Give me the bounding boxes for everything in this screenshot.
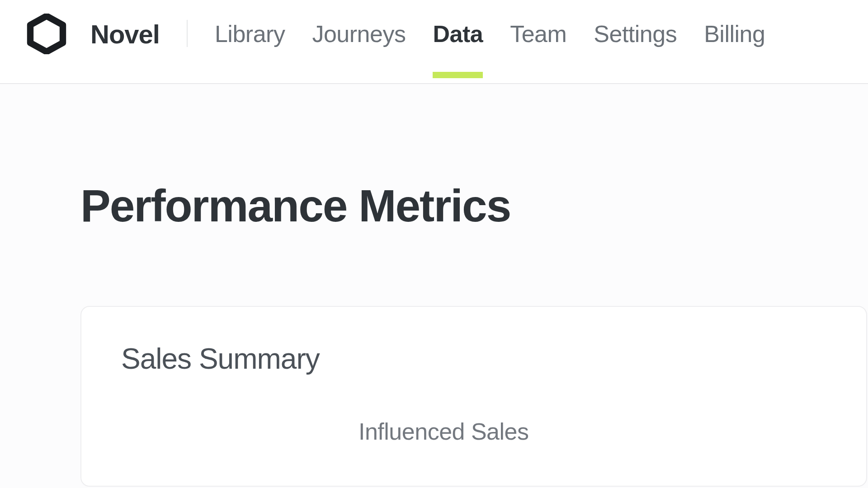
sales-summary-card: Sales Summary Influenced Sales xyxy=(80,306,867,487)
nav-item-settings[interactable]: Settings xyxy=(594,20,677,47)
svg-marker-0 xyxy=(30,16,63,52)
nav-item-label: Data xyxy=(433,21,483,47)
nav-item-team[interactable]: Team xyxy=(510,20,566,47)
header: Novel Library Journeys Data Team Setting… xyxy=(0,0,868,84)
nav-active-underline xyxy=(433,72,483,78)
brand-divider xyxy=(187,20,188,47)
top-nav: Library Journeys Data Team Settings Bill… xyxy=(215,18,765,50)
main-content: Performance Metrics Sales Summary Influe… xyxy=(0,84,868,487)
nav-item-billing[interactable]: Billing xyxy=(704,20,765,47)
nav-item-label: Team xyxy=(510,21,566,47)
card-title: Sales Summary xyxy=(121,342,826,375)
nav-item-label: Library xyxy=(215,21,285,47)
metric-label-influenced-sales: Influenced Sales xyxy=(359,418,529,445)
nav-item-library[interactable]: Library xyxy=(215,20,285,47)
metric-row: Influenced Sales xyxy=(121,418,826,445)
nav-item-label: Journeys xyxy=(312,21,406,47)
nav-item-journeys[interactable]: Journeys xyxy=(312,20,406,47)
logo-hexagon-icon xyxy=(26,14,68,54)
nav-item-label: Billing xyxy=(704,21,765,47)
brand-group: Novel xyxy=(26,18,160,50)
nav-item-data[interactable]: Data xyxy=(433,20,483,47)
brand-name: Novel xyxy=(90,19,160,49)
page-title: Performance Metrics xyxy=(80,180,868,232)
nav-item-label: Settings xyxy=(594,21,677,47)
